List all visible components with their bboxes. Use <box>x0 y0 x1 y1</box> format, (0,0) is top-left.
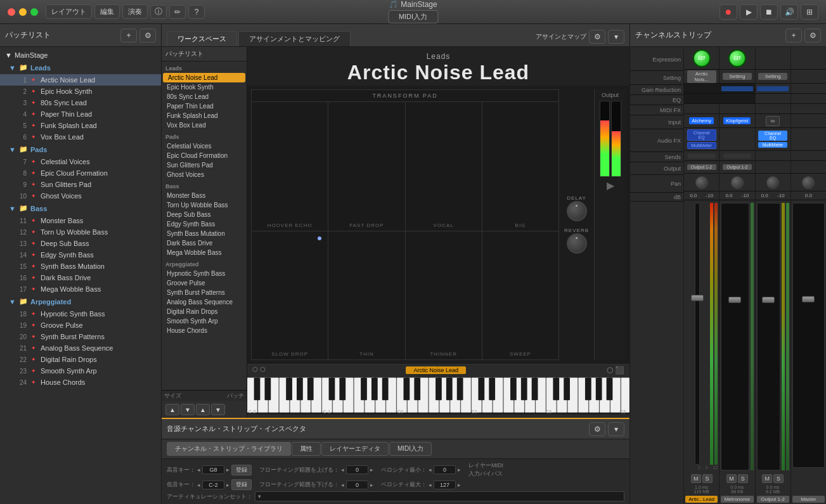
mini-item-edgy[interactable]: Edgy Synth Bass <box>162 219 247 229</box>
mini-item-epic-cloud[interactable]: Epic Cloud Formation <box>162 151 247 160</box>
scroll-up2-btn[interactable]: ▲ <box>196 404 210 415</box>
patch-paper-thin-lead[interactable]: 4 ✦ Paper Thin Lead <box>0 108 161 120</box>
mini-item-synth-mutation[interactable]: Synth Bass Mutation <box>162 229 247 238</box>
mainstage-root[interactable]: ▼ MainStage <box>0 49 161 61</box>
strip2-mute-btn[interactable]: M <box>726 474 737 483</box>
right-arrow[interactable]: ▶ <box>607 179 614 191</box>
patch-torn-up-wobble-bass[interactable]: 12 ✦ Torn Up Wobble Bass <box>0 226 161 238</box>
center-settings-btn[interactable]: ⚙ <box>589 30 605 44</box>
strip2-fader-handle[interactable] <box>728 297 741 303</box>
high-key-register-btn[interactable]: 登録 <box>231 465 252 475</box>
patch-monster-bass[interactable]: 11 ✦ Monster Bass <box>0 215 161 226</box>
folder-arpeggiated[interactable]: ▼ 📁 Arpeggiated <box>0 295 161 308</box>
mini-item-mega[interactable]: Mega Wobble Bass <box>162 248 247 257</box>
patch-deep-sub-bass[interactable]: 13 ✦ Deep Sub Bass <box>0 238 161 249</box>
cell-fast-drop[interactable]: FAST DROP <box>328 102 404 231</box>
mini-item-monster[interactable]: Monster Bass <box>162 191 247 200</box>
strip3-pan-knob[interactable] <box>766 176 779 189</box>
patch-80s-sync-lead[interactable]: 3 ✦ 80s Sync Lead <box>0 97 161 108</box>
inspector-chevron-btn[interactable]: ▾ <box>608 422 624 436</box>
cell-sweep[interactable]: SWEEP <box>482 231 558 360</box>
mini-item-deep[interactable]: Deep Sub Bass <box>162 210 247 219</box>
strip1-setting-btn[interactable]: Arctic Nois... <box>687 70 716 83</box>
close-button[interactable] <box>8 8 15 16</box>
mini-item-paper[interactable]: Paper Thin Lead <box>162 101 247 111</box>
mini-item-house[interactable]: House Chords <box>162 326 247 335</box>
mini-item-celestial[interactable]: Celestial Voices <box>162 141 247 151</box>
strip1-multimeter-btn[interactable]: MultiMeter <box>687 142 716 149</box>
strip2-pan-knob[interactable] <box>731 176 744 189</box>
patch-digital-rain-drops[interactable]: 22 ✦ Digital Rain Drops <box>0 354 161 365</box>
mini-item-synth-burst[interactable]: Synth Burst Patterns <box>162 288 247 297</box>
folder-leads[interactable]: ▼ 📁 Leads <box>0 61 161 74</box>
layout-button[interactable]: レイアウト <box>46 4 92 19</box>
edit-button[interactable]: 編集 <box>94 4 120 19</box>
scroll-up-btn[interactable]: ▲ <box>165 404 179 415</box>
tab-attributes[interactable]: 属性 <box>292 442 321 456</box>
mini-item-hypnotic[interactable]: Hypnotic Synth Bass <box>162 269 247 278</box>
patch-epic-hook-synth[interactable]: 2 ✦ Epic Hook Synth <box>0 86 161 97</box>
articulation-dropdown[interactable]: ▾ <box>255 491 624 501</box>
maximize-button[interactable] <box>30 8 38 16</box>
mixer-button[interactable]: ⊞ <box>801 4 818 20</box>
patch-edgy-synth-bass[interactable]: 14 ✦ Edgy Synth Bass <box>0 249 161 261</box>
low-key-register-btn[interactable]: 登録 <box>231 479 252 490</box>
tab-midi-input[interactable]: MIDI入力 <box>389 442 432 456</box>
cell-big[interactable]: BIG <box>482 102 558 231</box>
mini-item-funk[interactable]: Funk Splash Lead <box>162 111 247 120</box>
mini-item-sun[interactable]: Sun Glitters Pad <box>162 160 247 170</box>
mini-item-smooth[interactable]: Smooth Synth Arp <box>162 316 247 326</box>
patch-house-chords[interactable]: 24 ✦ House Chords <box>0 377 161 388</box>
info-button[interactable]: ⓘ <box>150 5 167 19</box>
piano-keyboard[interactable]: /* handled by static SVG below */ <box>247 375 629 417</box>
patch-mega-wobble-bass[interactable]: 17 ✦ Mega Wobble Bass <box>0 283 161 295</box>
strip3-fader-rail[interactable] <box>757 203 780 470</box>
speaker-button[interactable]: 🔊 <box>780 4 798 20</box>
strip3-mute-btn[interactable]: M <box>762 474 772 483</box>
mini-item-torn[interactable]: Torn Up Wobble Bass <box>162 200 247 210</box>
cell-vocal[interactable]: VOCAL <box>406 102 482 231</box>
strip1-alchemy-btn[interactable]: Alchemy <box>689 117 714 124</box>
strip3-multimeter-btn[interactable]: MultiMeter <box>758 142 787 148</box>
center-chevron-btn[interactable]: ▾ <box>608 30 624 44</box>
tab-assignment[interactable]: アサインメントとマッピング <box>238 31 351 46</box>
strip3-setting-btn[interactable]: Setting <box>758 73 787 80</box>
strip1-fader-rail[interactable] <box>695 203 700 465</box>
strip1-output-btn[interactable]: Output 1-2 <box>687 164 716 170</box>
cell-slow-drop[interactable]: SLOW DROP <box>252 231 328 360</box>
mini-item-ghost[interactable]: Ghost Voices <box>162 170 247 179</box>
patch-groove-pulse[interactable]: 19 ✦ Groove Pulse <box>0 320 161 331</box>
strip4-fader-rail[interactable] <box>792 203 825 468</box>
patch-smooth-synth-arp[interactable]: 23 ✦ Smooth Synth Arp <box>0 365 161 377</box>
strip3-fader-handle[interactable] <box>762 297 775 303</box>
patch-synth-burst-patterns[interactable]: 20 ✦ Synth Burst Patterns <box>0 331 161 342</box>
patch-synth-bass-mutation[interactable]: 15 ✦ Synth Bass Mutation <box>0 261 161 272</box>
cell-thinner[interactable]: THINNER <box>406 231 482 360</box>
patch-settings-button[interactable]: ⚙ <box>139 29 156 42</box>
strip1-pan-knob[interactable] <box>695 176 708 189</box>
reverb-knob[interactable] <box>567 233 587 254</box>
tab-workspace[interactable]: ワークスペース <box>167 31 237 46</box>
channel-settings-btn[interactable]: ⚙ <box>804 29 821 42</box>
mini-item-groove[interactable]: Groove Pulse <box>162 278 247 288</box>
patch-funk-splash-lead[interactable]: 5 ✦ Funk Splash Lead <box>0 120 161 131</box>
cell-hoover-echo[interactable]: HOOVER ECHO <box>252 102 328 231</box>
strip1-solo-btn[interactable]: S <box>702 474 713 483</box>
strip1-mute-btn[interactable]: M <box>691 474 701 483</box>
mini-item-arctic[interactable]: Arctic Noise Lead <box>163 73 245 82</box>
add-patch-button[interactable]: + <box>120 29 137 42</box>
patch-celestial-voices[interactable]: 7 ✦ Celestial Voices <box>0 156 161 167</box>
patch-hypnotic-synth-bass[interactable]: 18 ✦ Hypnotic Synth Bass <box>0 308 161 320</box>
patch-ghost-voices[interactable]: 10 ✦ Ghost Voices <box>0 190 161 202</box>
delay-knob[interactable] <box>567 201 587 221</box>
strip2-output-btn[interactable]: Output 1-2 <box>723 164 752 170</box>
strip2-fader-rail[interactable] <box>721 203 749 470</box>
folder-pads[interactable]: ▼ 📁 Pads <box>0 143 161 156</box>
inspector-settings-btn[interactable]: ⚙ <box>589 422 605 436</box>
mini-item-epic-hook[interactable]: Epic Hook Synth <box>162 82 247 92</box>
help-button[interactable]: ? <box>188 5 205 19</box>
channel-add-btn[interactable]: + <box>785 29 802 42</box>
record-button[interactable]: ⏺ <box>720 4 737 20</box>
perform-button[interactable]: 演奏 <box>122 4 148 19</box>
mini-item-dark[interactable]: Dark Bass Drive <box>162 238 247 248</box>
